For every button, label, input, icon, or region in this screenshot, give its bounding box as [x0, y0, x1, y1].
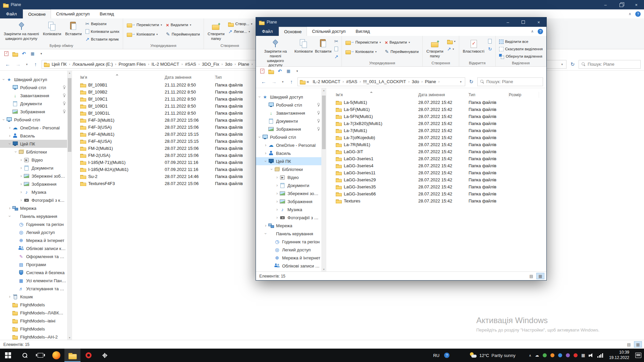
tab-share[interactable]: Спільний доступ	[307, 27, 351, 36]
search-box[interactable]: Пошук: Plane	[579, 60, 641, 69]
tree-expander-icon[interactable]	[263, 151, 268, 156]
taskbar-search-button[interactable]	[16, 349, 32, 362]
tree-expander-icon[interactable]	[257, 95, 262, 99]
back-button[interactable]: ←	[259, 77, 268, 86]
tree-expander-icon[interactable]	[275, 215, 279, 220]
file-row[interactable]: LaGG-3series4 28.07.2022 15:42 Папка фай…	[326, 162, 546, 169]
new-folder-button[interactable]: Створити папку	[425, 37, 445, 59]
sidebar-item[interactable]: Документи	[0, 100, 72, 108]
tree-expander-icon[interactable]	[275, 199, 279, 204]
recent-locations-dropdown[interactable]: ▾	[24, 60, 30, 69]
file-row[interactable]: La-7(3xB20)(Multi1) 28.07.2022 15:42 Пап…	[326, 120, 546, 127]
rename-button[interactable]: ✎ Перейменувати	[164, 30, 202, 38]
sidebar-item[interactable]: Цей ПК	[256, 157, 326, 165]
column-header-date[interactable]: Дата змінення	[418, 92, 469, 98]
file-row[interactable]: Textures 28.07.2022 15:42 Папка файлів	[326, 197, 546, 204]
close-button[interactable]: ×	[531, 17, 546, 27]
sidebar-item[interactable]: OneDrive - Personal	[256, 141, 326, 149]
sidebar-item[interactable]: Цей ПК	[0, 140, 72, 148]
qat-undo-button[interactable]: ↶	[20, 50, 28, 57]
close-button[interactable]: ×	[629, 0, 644, 9]
sidebar-item[interactable]: Зображення	[0, 180, 72, 188]
breadcrumb-segment[interactable]: 3do	[410, 79, 422, 84]
network-icon[interactable]	[597, 353, 603, 358]
minimize-button[interactable]: –	[598, 0, 613, 9]
sidebar-item[interactable]: Програми	[0, 260, 72, 268]
sidebar-item[interactable]: Швидкий доступ	[0, 75, 72, 83]
tree-expander-icon[interactable]	[7, 125, 12, 130]
scrollbar-thumb[interactable]	[68, 78, 71, 152]
select-all-button[interactable]: Виділити все	[498, 38, 544, 45]
sidebar-item[interactable]: OneDrive - Personal	[0, 124, 72, 132]
copy-path-button[interactable]: Копіювати шлях	[84, 28, 121, 35]
rename-button[interactable]: ✎ Перейменувати	[383, 48, 420, 56]
qat-customize-button[interactable]: ▾	[293, 68, 301, 74]
help-button[interactable]: ?	[635, 11, 641, 17]
pin-to-quick-access-button[interactable]: Закріпити на панелі швидкого доступу	[258, 37, 293, 68]
sidebar-item[interactable]: Облікові записи корист...	[256, 262, 326, 270]
sidebar-item[interactable]: FlightModels--ЛАВКИ ПІС...	[0, 309, 72, 317]
sidebar-item[interactable]: Збережені зображення	[256, 189, 326, 197]
forward-button[interactable]: →	[14, 60, 22, 69]
sidebar-item[interactable]: Зображення	[256, 197, 326, 205]
tree-expander-icon[interactable]	[19, 182, 23, 186]
help-button[interactable]: ?	[538, 29, 543, 34]
address-bar[interactable]: « IL-2 MODACT › #SAS › !!!_001_LA_COCKPI…	[298, 77, 465, 86]
details-view-button[interactable]: ▤	[527, 273, 535, 279]
sidebar-item[interactable]: Бібліотеки	[0, 148, 72, 156]
sidebar-item[interactable]: Годинник та регіон	[256, 238, 326, 246]
delete-button[interactable]: × Видалити▾	[164, 21, 202, 29]
maximize-button[interactable]	[516, 17, 531, 27]
file-row[interactable]: La-7R(Multi1) 28.07.2022 15:42 Папка фай…	[326, 141, 546, 148]
up-button[interactable]: ↑	[31, 60, 40, 69]
sidebar-item[interactable]: Годинник та регіон	[0, 220, 72, 228]
sidebar-item[interactable]: FlightModels	[0, 325, 72, 333]
sidebar-item[interactable]: Музика	[0, 188, 72, 196]
sidebar-item[interactable]: Облікові записи корист...	[0, 244, 72, 252]
sidebar-item[interactable]: Фотографії з камери	[0, 196, 72, 204]
breadcrumb-segment[interactable]: Plane	[236, 62, 252, 67]
breadcrumb-segment[interactable]: #SAS	[183, 62, 199, 67]
back-button[interactable]: ←	[3, 60, 12, 69]
scroll-down-icon[interactable]: ▼	[323, 268, 325, 270]
ribbon-collapse-icon[interactable]: ∧	[629, 12, 631, 16]
tree-expander-icon[interactable]	[1, 117, 6, 122]
sidebar-item[interactable]: Мережа	[256, 222, 326, 230]
icons-view-button[interactable]: ▦	[536, 273, 544, 279]
scrollbar-thumb[interactable]	[322, 96, 326, 149]
column-header-type[interactable]: Тип	[469, 92, 509, 98]
sidebar-item[interactable]: Бібліотеки	[256, 165, 326, 173]
forward-button[interactable]: →	[270, 77, 278, 86]
qat-view-button[interactable]: ▦	[29, 50, 36, 57]
qat-customize-button[interactable]: ▾	[38, 50, 45, 57]
tree-expander-icon[interactable]	[275, 175, 279, 180]
qat-new-folder-button[interactable]	[267, 68, 275, 74]
delete-button[interactable]: × Видалити▾	[383, 38, 420, 46]
tree-expander-icon[interactable]	[19, 174, 23, 178]
deselect-all-button[interactable]: Скасувати виділення	[498, 46, 544, 52]
breadcrumb-segment[interactable]: 3do	[223, 62, 235, 67]
paste-button[interactable]: Вставити	[314, 37, 332, 55]
taskbar-help-icon[interactable]: ?	[444, 353, 449, 358]
address-dropdown-icon[interactable]: ▾	[560, 63, 564, 66]
sidebar-item[interactable]: Мережа й Інтернет	[0, 236, 72, 244]
tree-expander-icon[interactable]	[7, 141, 12, 146]
sidebar-item[interactable]: Документи	[256, 117, 326, 125]
properties-button[interactable]: Властивості	[461, 37, 486, 55]
column-header-date[interactable]: Дата змінення	[165, 74, 215, 80]
tray-icon-blue[interactable]	[558, 353, 562, 357]
sidebar-item[interactable]: Панель керування	[0, 212, 72, 220]
refresh-button[interactable]: ↻	[568, 60, 577, 69]
breadcrumb-segment[interactable]: !!!_001_LA_COCKPIT	[361, 79, 409, 84]
tray-grid-icon[interactable]: ▦	[581, 353, 585, 358]
action-center-icon[interactable]	[635, 353, 641, 358]
copy-to-button[interactable]: Копіювати▾	[125, 30, 164, 38]
red-circle-app-icon[interactable]	[80, 349, 97, 362]
tray-icon-orange[interactable]	[550, 353, 554, 357]
paste-shortcut-button[interactable]: ↗ Вставити ярлик	[84, 36, 121, 43]
copy-button[interactable]: Копіювати	[41, 20, 63, 37]
paste-shortcut-button[interactable]: ↗	[333, 53, 340, 60]
sidebar-item[interactable]: Зображення	[256, 125, 326, 133]
breadcrumb-segment[interactable]: Цей ПК	[49, 62, 69, 67]
pin-to-quick-access-button[interactable]: Закріпити на панелі швидкого доступу	[2, 20, 41, 42]
